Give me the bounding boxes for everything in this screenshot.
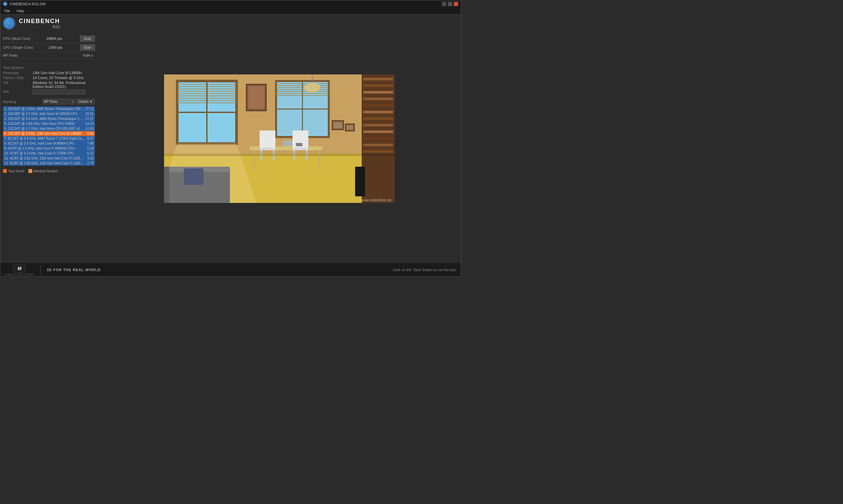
cpu-multi-row: CPU (Multi Core) 18884 pts Start bbox=[3, 34, 95, 43]
svg-rect-54 bbox=[363, 97, 393, 100]
svg-text:www.renderbaron.de: www.renderbaron.de bbox=[360, 198, 391, 202]
rank-item-value: 9.64 bbox=[87, 132, 93, 136]
logo-text: CINEBENCH R23 bbox=[19, 18, 60, 29]
cpu-single-row: CPU (Single Core) 1959 pts Start bbox=[3, 43, 95, 52]
your-system-section-title: Your System bbox=[3, 66, 95, 70]
rank-item-value: 14.14 bbox=[85, 122, 93, 126]
rank-item-label: 6. 14C/20T @ 3 GHz, 13th Gen Intel Core … bbox=[4, 132, 86, 136]
rank-item-label: 10. 4C/8T @ 4.2 GHz, Intel Core i7-7700K… bbox=[4, 151, 86, 155]
svg-rect-41 bbox=[292, 148, 308, 150]
ranking-list-item[interactable]: 2. 24C/48T @ 2.7 GHz, Intel Xeon W-3265M… bbox=[3, 111, 95, 116]
maxon-divider bbox=[40, 265, 41, 274]
minimize-button[interactable]: ─ bbox=[442, 2, 446, 6]
menu-help[interactable]: Help bbox=[16, 8, 26, 14]
cores-key: Cores x GHz bbox=[3, 76, 33, 80]
mp-ratio-row: MP Ratio 9.64 x bbox=[3, 52, 95, 59]
rank-item-label: 11. 4C/8T @ 2.81 GHz, 11th Gen Intel Cor… bbox=[4, 157, 86, 160]
svg-rect-62 bbox=[363, 150, 393, 153]
ranking-list-item[interactable]: 6. 14C/20T @ 3 GHz, 13th Gen Intel Core … bbox=[3, 131, 95, 136]
dropdown-container: MP Ratio CPU Multi Core CPU Single Core … bbox=[42, 99, 75, 104]
svg-rect-59 bbox=[363, 130, 393, 133]
processor-row: Processor 13th Gen Intel Core i9-13900H bbox=[3, 71, 95, 75]
ranking-list-item[interactable]: 9. 4C/8T @ 2.3 GHz, Intel Core i7-4850HQ… bbox=[3, 146, 95, 151]
rank-item-value: 7.68 bbox=[87, 142, 93, 145]
svg-text:M: M bbox=[17, 266, 21, 271]
logo-subtitle: R23 bbox=[19, 25, 60, 29]
svg-rect-69 bbox=[164, 154, 395, 156]
svg-rect-35 bbox=[318, 150, 320, 170]
ranking-controls: MP Ratio CPU Multi Core CPU Single Core … bbox=[42, 99, 95, 104]
benchmarks-section: CPU (Multi Core) 18884 pts Start CPU (Si… bbox=[3, 34, 95, 59]
ranking-list: 1. 32C/64T @ 3 GHz, AMD Ryzen Threadripp… bbox=[3, 106, 95, 166]
cpu-single-label: CPU (Single Core) bbox=[3, 46, 33, 49]
title-bar-left: ● CINEBENCH R23.200 bbox=[3, 2, 46, 6]
menu-bar: File Help bbox=[0, 7, 461, 15]
details-button[interactable]: Details ▼ bbox=[76, 99, 95, 104]
ranking-list-item[interactable]: 12. 4C/8T @ 1.69 GHz, 11th Gen Intel Cor… bbox=[3, 161, 95, 166]
maximize-button[interactable]: □ bbox=[448, 2, 452, 6]
svg-rect-53 bbox=[363, 91, 393, 93]
rank-item-value: 2.73 bbox=[87, 161, 93, 165]
ranking-list-item[interactable]: 10. 4C/8T @ 4.2 GHz, Intel Core i7-7700K… bbox=[3, 151, 95, 156]
ranking-list-item[interactable]: 1. 32C/64T @ 3 GHz, AMD Ryzen Threadripp… bbox=[3, 106, 95, 111]
menu-file[interactable]: File bbox=[3, 8, 12, 14]
cpu-single-value: 1959 pts bbox=[49, 46, 62, 49]
rank-item-value: 22.91 bbox=[85, 112, 93, 115]
ranking-list-item[interactable]: 5. 12C/24T @ 2.7 GHz, Intel Xeon CPU E5-… bbox=[3, 126, 95, 131]
cores-value: 14 Cores, 20 Threads @ 3 GHz bbox=[33, 76, 95, 80]
svg-rect-67 bbox=[355, 167, 365, 196]
details-chevron-icon: ▼ bbox=[89, 100, 93, 104]
svg-rect-37 bbox=[259, 148, 275, 150]
rank-item-value: 3.20 bbox=[87, 157, 93, 160]
app-icon: ● bbox=[3, 2, 7, 6]
identical-system-color-dot bbox=[28, 169, 32, 173]
ranking-list-item[interactable]: 8. 8C/16T @ 2.3 GHz, Intel Core i9-9880H… bbox=[3, 141, 95, 146]
bottom-bar: M A NEMETSCHEK COMPANY 3D FOR THE REAL W… bbox=[0, 263, 461, 276]
ranking-header: Ranking MP Ratio CPU Multi Core CPU Sing… bbox=[3, 99, 95, 104]
logo-area: CINEBENCH R23 bbox=[3, 17, 95, 30]
svg-rect-36 bbox=[259, 130, 275, 148]
svg-rect-51 bbox=[363, 78, 393, 80]
info-input[interactable] bbox=[33, 90, 85, 94]
svg-rect-57 bbox=[363, 117, 393, 120]
svg-rect-52 bbox=[363, 84, 393, 87]
svg-rect-66 bbox=[184, 168, 203, 185]
close-button[interactable]: ✕ bbox=[454, 2, 458, 6]
cpu-single-start-button[interactable]: Start bbox=[80, 44, 95, 50]
your-score-label: Your Score bbox=[8, 169, 24, 173]
rank-item-label: 9. 4C/8T @ 2.3 GHz, Intel Core i7-4850HQ… bbox=[4, 147, 86, 150]
cpu-multi-start-button[interactable]: Start bbox=[80, 36, 95, 41]
ranking-list-item[interactable]: 11. 4C/8T @ 2.81 GHz, 11th Gen Intel Cor… bbox=[3, 156, 95, 161]
rank-item-label: 7. 8C/16T @ 3.4 GHz, AMD Ryzen 7 1700X E… bbox=[4, 137, 86, 140]
svg-rect-55 bbox=[363, 104, 393, 107]
right-panel: www.renderbaron.de bbox=[97, 15, 461, 263]
processor-key: Processor bbox=[3, 71, 33, 75]
identical-system-label: Identical System bbox=[34, 169, 58, 173]
svg-rect-61 bbox=[363, 144, 393, 146]
info-key: Info bbox=[3, 90, 33, 93]
svg-rect-47 bbox=[334, 122, 342, 128]
cpu-multi-label: CPU (Multi Core) bbox=[3, 37, 31, 40]
maxon-logo-icon: M A NEMETSCHEK COMPANY bbox=[4, 264, 35, 276]
ranking-dropdown[interactable]: MP Ratio CPU Multi Core CPU Single Core bbox=[42, 99, 75, 104]
ranking-list-item[interactable]: 7. 8C/16T @ 3.4 GHz, AMD Ryzen 7 1700X E… bbox=[3, 136, 95, 141]
main-window: ● CINEBENCH R23.200 ─ □ ✕ File Help bbox=[0, 0, 461, 277]
maxon-logo: M A NEMETSCHEK COMPANY 3D FOR THE REAL W… bbox=[4, 264, 101, 276]
rank-item-label: 3. 16C/32T @ 3.4 GHz, AMD Ryzen Threadri… bbox=[4, 117, 84, 121]
ranking-title: Ranking bbox=[3, 100, 16, 104]
window-title: CINEBENCH R23.200 bbox=[10, 2, 46, 6]
maxon-tagline: 3D FOR THE REAL WORLD bbox=[47, 268, 101, 272]
logo-title: CINEBENCH bbox=[19, 18, 60, 25]
mp-ratio-value: 9.64 x bbox=[83, 53, 93, 57]
os-value: Windows 10, 64 Bit, Professional Edition… bbox=[33, 81, 95, 89]
ranking-list-item[interactable]: 3. 16C/32T @ 3.4 GHz, AMD Ryzen Threadri… bbox=[3, 116, 95, 121]
details-label: Details bbox=[79, 100, 89, 104]
rank-item-label: 1. 32C/64T @ 3 GHz, AMD Ryzen Threadripp… bbox=[4, 107, 84, 111]
svg-point-32 bbox=[304, 83, 321, 93]
legend-area: Your Score Identical System bbox=[3, 168, 95, 174]
rank-item-label: 4. 12C/24T @ 2.66 GHz, Intel Xeon CPU X5… bbox=[4, 122, 84, 126]
svg-rect-45 bbox=[296, 143, 302, 146]
info-row: Info bbox=[3, 90, 95, 94]
ranking-list-item[interactable]: 4. 12C/24T @ 2.66 GHz, Intel Xeon CPU X5… bbox=[3, 121, 95, 126]
rank-item-value: 12.83 bbox=[85, 127, 93, 130]
